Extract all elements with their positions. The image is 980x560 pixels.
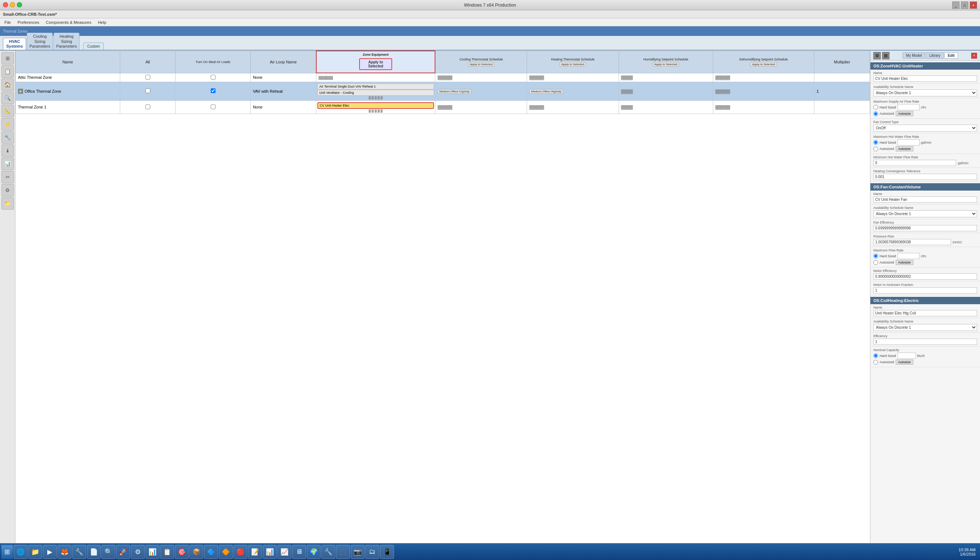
office-equip-1[interactable]: Air Terminal Single Duct VAV Reheat 1 xyxy=(317,83,434,90)
fan-motorair-input[interactable] xyxy=(873,287,977,293)
thermal1-checkbox[interactable] xyxy=(145,105,150,109)
taskbar-app8[interactable]: 🔶 xyxy=(219,545,233,559)
menu-help[interactable]: Help xyxy=(95,20,109,25)
thermal1-turn-on-checkbox[interactable] xyxy=(211,105,215,109)
taskbar-app12[interactable]: 📈 xyxy=(277,545,292,559)
menu-file[interactable]: File xyxy=(2,20,14,25)
win-close[interactable]: × xyxy=(970,2,977,9)
office-zone-name[interactable]: ▸ Office Thermal Zone xyxy=(16,82,120,100)
panel-tab-edit[interactable]: Edit xyxy=(945,52,958,58)
taskbar-app14[interactable]: 🌍 xyxy=(307,545,321,559)
unit-heater-maxhw-hardsize-radio[interactable] xyxy=(873,140,878,145)
taskbar-app2[interactable]: ⚙ xyxy=(131,545,145,559)
unit-heater-avail-select[interactable]: Always On Discrete 1 Always On Discrete … xyxy=(873,90,977,97)
taskbar-app13[interactable]: 🖥 xyxy=(292,545,306,559)
apply-to-selected-btn[interactable]: Apply to Selected xyxy=(359,58,392,70)
taskbar-app4[interactable]: 📋 xyxy=(160,545,174,559)
office-heating-thermo-btn[interactable]: Medium Office HtgSetp xyxy=(529,89,563,94)
fan-maxflow-autosize-btn[interactable]: Autosize xyxy=(896,260,914,265)
unit-heater-maxflow-input[interactable] xyxy=(898,104,920,110)
unit-heater-maxflow-auto-radio[interactable] xyxy=(873,112,878,116)
win-right-btns[interactable]: _ □ × xyxy=(952,2,977,9)
taskbar-app19[interactable]: 📱 xyxy=(380,545,394,559)
unit-heater-maxflow-hardsize-radio[interactable] xyxy=(873,105,878,110)
taskbar-ie[interactable]: 🌐 xyxy=(13,545,27,559)
office-checkbox[interactable] xyxy=(145,88,150,93)
thermal1-checkbox-cell[interactable] xyxy=(120,100,175,113)
thermal1-equipment-cell[interactable]: CV Unit Heater Elec ▓ ▓ ▓ ▓ ▓ xyxy=(316,100,435,113)
unit-heater-name-input[interactable] xyxy=(873,75,977,82)
taskbar-app11[interactable]: 📊 xyxy=(263,545,277,559)
close-btn[interactable] xyxy=(3,2,8,7)
minimize-btn[interactable] xyxy=(10,2,15,7)
toolbar-btn-7[interactable]: 🔧 xyxy=(2,131,14,144)
taskbar-app17[interactable]: 📷 xyxy=(351,545,365,559)
unit-heater-maxhw-auto-radio[interactable] xyxy=(873,147,878,152)
taskbar-app16[interactable]: 🎵 xyxy=(336,545,350,559)
taskbar-app9[interactable]: 🔴 xyxy=(233,545,247,559)
coil-capacity-hardsize-radio[interactable] xyxy=(873,353,878,358)
taskbar-folder[interactable]: 📁 xyxy=(28,545,42,559)
office-zone-expand-btn[interactable]: ▸ xyxy=(18,89,23,94)
fan-pressure-input[interactable] xyxy=(873,239,951,245)
thermal1-turn-on-cell[interactable] xyxy=(175,100,250,113)
win-minimize[interactable]: _ xyxy=(952,2,960,9)
attic-checkbox-cell[interactable] xyxy=(120,73,175,82)
unit-heater-maxflow-autosize-btn[interactable]: Autosize xyxy=(896,111,914,116)
toolbar-btn-9[interactable]: 📊 xyxy=(2,158,14,170)
panel-tab-library[interactable]: Library xyxy=(926,52,944,58)
fan-maxflow-auto-radio[interactable] xyxy=(873,260,878,265)
unit-heater-maxhw-input[interactable] xyxy=(898,139,920,145)
fan-efficiency-input[interactable] xyxy=(873,225,977,231)
coil-capacity-autosize-btn[interactable]: Autosize xyxy=(896,360,914,365)
toolbar-btn-5[interactable]: 📐 xyxy=(2,105,14,117)
office-heating-cell[interactable]: Medium Office HtgSetp xyxy=(527,82,618,100)
thermal1-equip-1[interactable]: CV Unit Heater Elec xyxy=(317,102,434,109)
coil-capacity-auto-radio[interactable] xyxy=(873,360,878,365)
taskbar-app3[interactable]: 📊 xyxy=(145,545,160,559)
office-turn-on-checkbox[interactable] xyxy=(211,88,215,93)
taskbar-app6[interactable]: 📦 xyxy=(190,545,203,559)
toolbar-btn-11[interactable]: ⚙ xyxy=(2,184,14,197)
taskbar-media[interactable]: ▶ xyxy=(43,545,57,559)
coil-capacity-input[interactable] xyxy=(898,353,916,359)
office-checkbox-cell[interactable] xyxy=(120,82,175,100)
taskbar-tool1[interactable]: 🔧 xyxy=(72,545,86,559)
coil-name-input[interactable] xyxy=(873,310,977,316)
unit-heater-minhw-input[interactable] xyxy=(873,160,956,166)
taskbar-app15[interactable]: 🔧 xyxy=(322,545,335,559)
panel-tab-mymodel[interactable]: My Model xyxy=(903,52,925,58)
taskbar-firefox[interactable]: 🦊 xyxy=(58,545,72,559)
toolbar-btn-12[interactable]: 📁 xyxy=(2,197,14,210)
office-cooling-cell[interactable]: Medium Office ClgSetp xyxy=(435,82,527,100)
tab-heating-sizing[interactable]: HeatingSizingParameters xyxy=(53,33,80,50)
attic-turn-on-cell[interactable] xyxy=(175,73,250,82)
fan-avail-select[interactable]: Always On Discrete 1 Always On Discrete xyxy=(873,210,977,217)
fan-motoreff-input[interactable] xyxy=(873,273,977,280)
office-cooling-thermo-btn[interactable]: Medium Office ClgSetp xyxy=(438,89,471,94)
tab-custom[interactable]: Custom xyxy=(83,43,104,50)
window-controls[interactable] xyxy=(3,2,22,7)
coil-avail-select[interactable]: Always On Discrete 1 Always On Discrete xyxy=(873,324,977,331)
attic-checkbox[interactable] xyxy=(145,75,150,80)
fan-name-input[interactable] xyxy=(873,197,977,203)
taskbar-app18[interactable]: 🗂 xyxy=(365,545,379,559)
col-header-zone-equipment[interactable]: Zone Equipment Apply to Selected xyxy=(316,51,435,73)
dehumidifying-apply-btn[interactable]: Apply to Selected xyxy=(750,62,777,67)
menu-components[interactable]: Components & Measures xyxy=(43,20,94,25)
maximize-btn[interactable] xyxy=(17,2,22,7)
taskbar-search[interactable]: 🔍 xyxy=(102,545,115,559)
panel-close-btn[interactable]: × xyxy=(971,53,977,58)
unit-heater-maxhw-autosize-btn[interactable]: Autosize xyxy=(896,146,914,152)
toolbar-btn-2[interactable]: 📋 xyxy=(2,65,14,78)
toolbar-btn-3[interactable]: 🏠 xyxy=(2,78,14,91)
cooling-thermo-apply-btn[interactable]: Apply to Selected xyxy=(468,62,494,67)
toolbar-btn-10[interactable]: ✂ xyxy=(2,171,14,183)
fan-maxflow-hardsize-radio[interactable] xyxy=(873,253,878,258)
heating-thermo-apply-btn[interactable]: Apply to Selected xyxy=(560,62,586,67)
attic-turn-on-checkbox[interactable] xyxy=(211,75,215,80)
taskbar-doc1[interactable]: 📄 xyxy=(87,545,101,559)
tab-hvac-systems[interactable]: HVACSystems xyxy=(3,38,26,50)
win-restore[interactable]: □ xyxy=(961,2,968,9)
toolbar-btn-4[interactable]: 🔍 xyxy=(2,92,14,104)
